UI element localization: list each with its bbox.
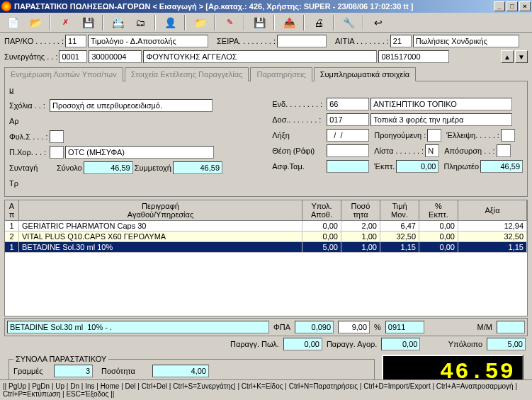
proig-label: Προηγούμενη :: [374, 131, 426, 139]
aitia-input[interactable]: [390, 35, 412, 47]
seira-input[interactable]: [277, 35, 327, 47]
mm-input[interactable]: [497, 321, 525, 333]
ypoloipo-label: Υπόλοιπο: [448, 340, 482, 348]
delete-icon[interactable]: ✗: [55, 14, 75, 31]
print-icon[interactable]: 🖨: [309, 14, 329, 31]
seira-label: ΣΕΙΡΑ. . . . . . . . :: [217, 37, 276, 45]
col-ap[interactable]: Α π: [5, 200, 19, 220]
pct-label: %: [374, 323, 381, 331]
col-axia[interactable]: Αξία: [458, 200, 527, 220]
sxolia-label: Σχόλια . . :: [9, 101, 48, 110]
synolo-input[interactable]: [84, 161, 133, 174]
window-title: ΠΑΡΑΣΤΑΤΙΚΟ ΠΩΛΗΣΕΩΝ-ΑΓΟΡΩΝ < Εισαγωγή >…: [14, 2, 494, 11]
fpa-label: ΦΠΑ: [273, 323, 290, 331]
new-icon[interactable]: 📄: [3, 14, 23, 31]
nav-down-button[interactable]: ▼: [515, 50, 528, 63]
fyls-input[interactable]: [50, 130, 64, 143]
export-icon[interactable]: 📤: [279, 14, 299, 31]
tab-loipon[interactable]: Ενημέρωση Λοιπών Υποσ/των: [4, 67, 123, 81]
tool-icon[interactable]: 🔧: [339, 14, 358, 31]
col-pct[interactable]: % Εκπτ.: [419, 200, 458, 220]
tab-sympl[interactable]: Συμπληρωματικά στοιχεία: [314, 67, 417, 81]
ar-label: Αρ: [9, 117, 19, 125]
col-poso[interactable]: Ποσό τητα: [341, 200, 380, 220]
parko-label: ΠΑΡ/ΚΟ . . . . . . :: [4, 37, 64, 45]
app-icon: [1, 1, 11, 11]
pxor-label: Π.Χορ. . . :: [9, 148, 48, 156]
stamp-icon[interactable]: 📇: [108, 14, 128, 31]
statusbar: || PgUp | PgDn | Up | Dn | Ins | Home | …: [0, 379, 532, 400]
calc-icon[interactable]: 🗂: [130, 14, 150, 31]
syn-code1-input[interactable]: [59, 50, 87, 63]
selected-item-input[interactable]: [7, 321, 269, 333]
syn-name-input[interactable]: [143, 50, 377, 63]
aposyrsi-input[interactable]: [497, 144, 511, 157]
pliroteo-label: Πληρωτέο: [443, 162, 479, 171]
table-row[interactable]: 2VITAL PLUS Q10.CAPS X60 ΓΕΡΟΛΥΜΑ0,001,0…: [5, 232, 527, 242]
end-code-input[interactable]: [327, 98, 369, 110]
grid-body[interactable]: 1GERIATRIC PHARMATON Caps 300,002,006,47…: [5, 221, 527, 316]
paragpol-input[interactable]: [283, 338, 322, 350]
user-icon[interactable]: 👤: [160, 14, 180, 31]
table-row[interactable]: 1GERIATRIC PHARMATON Caps 300,002,006,47…: [5, 221, 527, 232]
paragagor-input[interactable]: [381, 338, 420, 350]
aposyrsi-label: Απόσυρση . . :: [444, 147, 494, 155]
toolbar: 📄 📂 ✗ 💾 📇 🗂 👤 📁 ✎ 💾 📤 🖨 🔧 ↩: [0, 13, 532, 33]
tab-paraggelias[interactable]: Στοιχεία Εκτέλεσης Παραγγελίας: [125, 67, 249, 81]
fpa1-input[interactable]: [295, 321, 334, 333]
pliroteo-input[interactable]: [480, 160, 523, 173]
close-button[interactable]: ×: [519, 1, 531, 11]
fpa2-input[interactable]: [338, 321, 370, 333]
sxolia-input[interactable]: [50, 99, 213, 112]
ekpt-label: Έκπτ.: [374, 162, 395, 171]
synergatis-label: Συνεργάτης . . :: [4, 52, 57, 61]
lista-input[interactable]: [425, 144, 439, 157]
minimize-button[interactable]: _: [494, 1, 505, 11]
open-icon[interactable]: 📂: [26, 14, 45, 31]
synolo-label: Σύνολο: [57, 164, 82, 172]
table-row[interactable]: 1BETADINE Sol.30 ml 10%5,001,001,150,001…: [5, 242, 527, 253]
symmetoxi-label: Συμμετοχή: [135, 164, 171, 172]
pxor-code-input[interactable]: [50, 146, 64, 159]
code-input[interactable]: [385, 321, 424, 333]
save-icon[interactable]: 💾: [78, 14, 98, 31]
edit-icon[interactable]: ✎: [220, 14, 239, 31]
proig-input[interactable]: [427, 129, 441, 142]
elleipsi-input[interactable]: [501, 129, 515, 142]
folder-icon[interactable]: 📁: [190, 14, 210, 31]
thesi-label: Θέση (Ράφι): [272, 147, 325, 155]
mm-label: Μ/Μ: [477, 323, 492, 331]
grammes-input[interactable]: [54, 365, 93, 377]
asftam-input[interactable]: [327, 160, 369, 173]
aitia-text-input[interactable]: [413, 35, 519, 47]
maximize-button[interactable]: □: [506, 1, 518, 11]
syn-phone-input[interactable]: [378, 50, 449, 63]
disk-icon[interactable]: 💾: [249, 14, 269, 31]
posotita-input[interactable]: [152, 365, 209, 377]
exit-icon[interactable]: ↩: [368, 14, 388, 31]
dos-label: Δοσ.. . . . . . . :: [272, 115, 325, 124]
thesi-input[interactable]: [327, 144, 369, 157]
nav-up-button[interactable]: ▲: [501, 50, 514, 63]
col-timi[interactable]: Τιμή Μον.: [380, 200, 419, 220]
pxor-input[interactable]: [65, 146, 214, 159]
items-grid: Α π Περιγραφή Αγαθού/Υπηρεσίας Υπολ. Απο…: [4, 200, 528, 316]
tr-label: Τρ: [9, 179, 18, 188]
syntagi-label: Συνταγή: [9, 164, 48, 172]
col-ypol[interactable]: Υπολ. Αποθ.: [302, 200, 341, 220]
titlebar: ΠΑΡΑΣΤΑΤΙΚΟ ΠΩΛΗΣΕΩΝ-ΑΓΟΡΩΝ < Εισαγωγή >…: [0, 0, 532, 13]
col-desc[interactable]: Περιγραφή Αγαθού/Υπηρεσίας: [19, 200, 302, 220]
end-text-input[interactable]: [370, 98, 512, 110]
dos-text-input[interactable]: [370, 113, 512, 126]
dos-code-input[interactable]: [327, 113, 369, 126]
tab-paratiriseis[interactable]: Παρατηρήσεις: [250, 67, 312, 81]
mu-label: μ: [9, 86, 258, 94]
ekpt-input[interactable]: [396, 160, 438, 173]
syn-code2-input[interactable]: [89, 50, 142, 63]
lixi-input[interactable]: [327, 129, 369, 142]
symmetoxi-input[interactable]: [173, 161, 222, 174]
ypoloipo-input[interactable]: [487, 338, 526, 350]
totals-title: ΣΥΝΟΛΑ ΠΑΡΑΣΤΑΤΙΚΟΥ: [13, 355, 108, 363]
parko-input[interactable]: [65, 35, 86, 47]
timologio-input[interactable]: [88, 35, 208, 47]
